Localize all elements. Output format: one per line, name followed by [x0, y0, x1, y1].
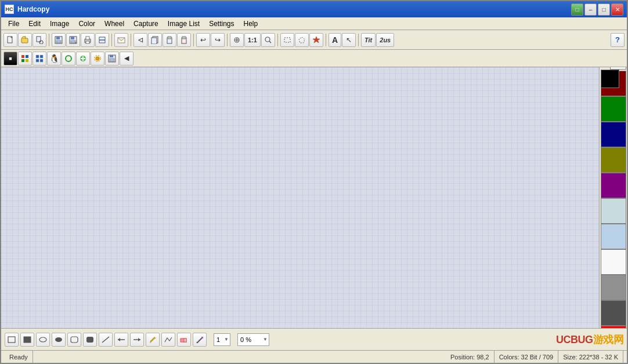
arrow-right-tool[interactable]: [130, 333, 144, 347]
menu-settings[interactable]: Settings: [204, 19, 239, 29]
svg-text:+: +: [75, 41, 77, 44]
swatch-white[interactable]: [601, 249, 626, 275]
line-width-wrapper: 1 2 3 4 5: [214, 333, 230, 346]
copy-button[interactable]: [148, 33, 162, 47]
tb2-btn1[interactable]: ■: [3, 52, 17, 65]
swatch-lightblue[interactable]: [601, 224, 626, 249]
swatch-gray[interactable]: [601, 275, 626, 300]
tb2-btn3[interactable]: [33, 52, 46, 65]
paste2-button[interactable]: [177, 33, 191, 47]
swatch-purple[interactable]: [601, 173, 626, 198]
ellipse-outline-tool[interactable]: [36, 333, 50, 347]
svg-rect-40: [36, 59, 39, 62]
line-tool[interactable]: [99, 333, 113, 347]
ellipse-fill-tool[interactable]: [52, 333, 66, 347]
eraser-tool[interactable]: [177, 333, 191, 347]
save-button[interactable]: [52, 33, 66, 47]
paste-button[interactable]: [163, 33, 176, 47]
rect-select-button[interactable]: [280, 33, 294, 47]
svg-rect-56: [86, 337, 93, 343]
tb2-save[interactable]: [105, 52, 119, 65]
font-2us-button[interactable]: 2us: [376, 33, 394, 47]
menu-image-list[interactable]: Image List: [163, 19, 204, 29]
roundrect-outline-tool[interactable]: [67, 333, 81, 347]
cursor-button[interactable]: ↖: [342, 33, 356, 47]
scan-button[interactable]: [95, 33, 109, 47]
open-button[interactable]: [18, 33, 32, 47]
tb2-audio[interactable]: ◀: [120, 52, 133, 65]
svg-rect-41: [40, 59, 43, 62]
zoom-11-button[interactable]: 1:1: [244, 33, 261, 47]
rect-fill-tool[interactable]: [20, 333, 34, 347]
svg-point-46: [96, 57, 99, 60]
undo-button[interactable]: ↩: [196, 33, 210, 47]
eyedropper-tool[interactable]: [193, 333, 207, 347]
new-button[interactable]: [3, 33, 17, 47]
restore-button[interactable]: □: [598, 3, 610, 16]
svg-rect-55: [71, 337, 78, 343]
maximize-button[interactable]: □: [571, 3, 583, 16]
roundrect-fill-tool[interactable]: [83, 333, 97, 347]
polyline-tool[interactable]: [161, 333, 175, 347]
fit-button[interactable]: [230, 33, 244, 47]
mail-button[interactable]: [114, 33, 128, 47]
svg-marker-59: [118, 338, 120, 341]
swatch-dark-blue[interactable]: [601, 122, 626, 147]
tb2-gear[interactable]: [91, 52, 104, 65]
minimize-button[interactable]: –: [584, 3, 597, 16]
status-position: Position: 98,2: [446, 351, 495, 363]
tb2-penguin[interactable]: 🐧: [47, 52, 61, 65]
watermark: UCBUG游戏网: [556, 333, 623, 347]
menu-file[interactable]: File: [3, 19, 24, 29]
poly-select-button[interactable]: [295, 33, 309, 47]
zoom-button[interactable]: [261, 33, 275, 47]
rect-outline-tool[interactable]: [5, 333, 19, 347]
tb2-plus-green[interactable]: [76, 52, 90, 65]
sep3: [131, 34, 131, 46]
svg-rect-3: [21, 38, 28, 43]
tb2-btn2[interactable]: [18, 52, 32, 65]
font-tit-button[interactable]: Tit: [361, 33, 376, 47]
help-button[interactable]: ?: [611, 33, 625, 47]
swatch-teal[interactable]: [601, 198, 626, 224]
svg-point-29: [265, 37, 270, 42]
menu-capture[interactable]: Capture: [129, 19, 163, 29]
svg-rect-23: [168, 37, 171, 39]
redo-button[interactable]: ↪: [211, 33, 225, 47]
sep5: [227, 34, 228, 46]
svg-marker-63: [155, 337, 156, 338]
pencil-tool[interactable]: [146, 333, 160, 347]
capture-region-button[interactable]: ◁: [133, 33, 147, 47]
opacity-wrapper: 0 % 25 % 50 % 75 % 100 %: [237, 333, 269, 346]
swatch-olive[interactable]: [601, 147, 626, 173]
line-width-select[interactable]: 1 2 3 4 5: [214, 333, 230, 346]
svg-rect-36: [21, 59, 24, 62]
canvas-area[interactable]: [1, 67, 599, 328]
svg-rect-69: [201, 337, 203, 338]
menu-wheel[interactable]: Wheel: [100, 19, 129, 29]
print-button[interactable]: [81, 33, 95, 47]
swatch-dark-green[interactable]: [601, 96, 626, 122]
status-ready: Ready: [5, 351, 33, 363]
arrow-left-tool[interactable]: [114, 333, 128, 347]
opacity-select[interactable]: 0 % 25 % 50 % 75 % 100 %: [237, 333, 269, 346]
menu-edit[interactable]: Edit: [24, 19, 45, 29]
window-controls: □ – □ ✕: [571, 3, 623, 16]
status-bar: Ready Position: 98,2 Colors: 32 Bit / 70…: [1, 350, 627, 363]
tb2-circle-green[interactable]: [62, 52, 75, 65]
close-button[interactable]: ✕: [611, 3, 623, 16]
menu-help[interactable]: Help: [239, 19, 263, 29]
title-bar: HC Hardcopy □ – □ ✕: [1, 1, 627, 17]
svg-rect-21: [151, 38, 157, 44]
stamp-button[interactable]: [309, 33, 323, 47]
text-button[interactable]: A: [329, 33, 341, 47]
save-as-button[interactable]: +: [66, 33, 80, 47]
svg-rect-35: [26, 55, 28, 58]
menu-image[interactable]: Image: [45, 19, 74, 29]
svg-point-53: [39, 337, 46, 342]
swatch-darkgray[interactable]: [601, 300, 626, 326]
zoom-view-button[interactable]: [33, 33, 46, 47]
status-size: Size: 222*38 - 32 K: [558, 351, 623, 363]
menu-color[interactable]: Color: [74, 19, 100, 29]
svg-rect-16: [86, 41, 89, 43]
